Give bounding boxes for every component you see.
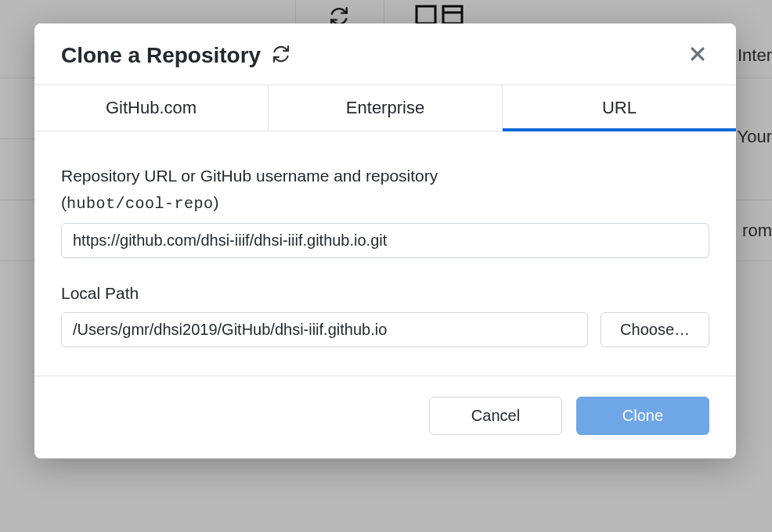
url-label-text: Repository URL or GitHub username and re…: [61, 167, 438, 185]
url-hint-close: ): [214, 193, 219, 211]
cancel-button[interactable]: Cancel: [429, 397, 562, 435]
tab-url[interactable]: URL: [503, 85, 736, 131]
clone-button[interactable]: Clone: [576, 397, 709, 435]
dialog-footer: Cancel Clone: [34, 376, 736, 458]
path-row: Choose…: [61, 312, 709, 347]
url-field-label: Repository URL or GitHub username and re…: [61, 163, 709, 217]
url-hint-open: (: [61, 193, 67, 211]
dialog-header: Clone a Repository: [34, 23, 736, 84]
url-field-group: Repository URL or GitHub username and re…: [61, 163, 709, 258]
path-field-label: Local Path: [61, 280, 709, 307]
tab-github-com[interactable]: GitHub.com: [34, 85, 269, 131]
path-field-group: Local Path Choose…: [61, 280, 709, 348]
dialog-title: Clone a Repository: [61, 43, 261, 68]
repository-url-input[interactable]: [61, 223, 709, 258]
close-button[interactable]: [686, 42, 709, 69]
dialog-title-wrap: Clone a Repository: [61, 43, 290, 68]
source-tabs: GitHub.com Enterprise URL: [34, 84, 736, 131]
clone-repository-dialog: Clone a Repository GitHub.com Enterprise…: [34, 23, 736, 458]
local-path-input[interactable]: [61, 312, 588, 347]
sync-icon: [272, 45, 290, 66]
choose-path-button[interactable]: Choose…: [601, 312, 709, 347]
url-hint-code: hubot/cool-repo: [67, 195, 214, 213]
dialog-body: Repository URL or GitHub username and re…: [34, 131, 736, 376]
tab-enterprise[interactable]: Enterprise: [269, 85, 503, 131]
